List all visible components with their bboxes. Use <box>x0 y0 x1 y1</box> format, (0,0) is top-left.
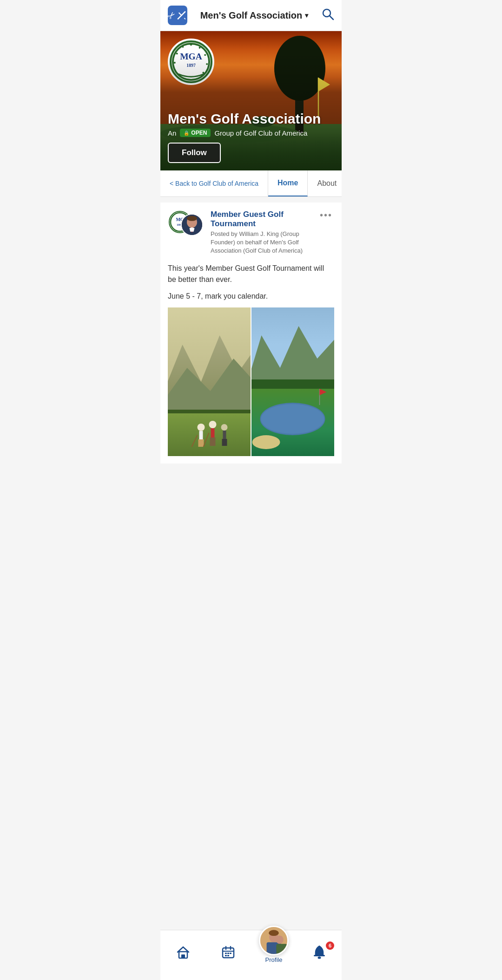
post-info: Member Guest Golf Tournament Posted by W… <box>211 210 318 255</box>
svg-marker-32 <box>190 228 195 232</box>
hero-banner: MGA 1897 Men's Golf Association An OPEN … <box>160 31 342 170</box>
follow-button[interactable]: Follow <box>168 143 221 163</box>
svg-line-5 <box>330 16 333 20</box>
svg-rect-36 <box>168 410 251 413</box>
svg-rect-43 <box>211 428 215 438</box>
back-to-parent-link[interactable]: < Back to Golf Club of America <box>160 170 268 196</box>
person-avatar-image <box>182 215 202 235</box>
svg-rect-44 <box>210 438 216 446</box>
post-body: This year's Member Guest Golf Tournament… <box>168 263 334 302</box>
svg-rect-39 <box>199 431 203 439</box>
open-badge: OPEN <box>180 129 211 137</box>
post-card: MG 1897 <box>160 203 342 464</box>
post-image-2 <box>251 307 334 456</box>
svg-point-18 <box>199 47 201 49</box>
svg-point-46 <box>221 424 228 431</box>
post-images <box>168 307 334 456</box>
app-logo[interactable] <box>168 6 187 25</box>
post-image-1 <box>168 307 251 456</box>
dropdown-arrow-icon: ▾ <box>305 12 308 19</box>
post-header: MG 1897 <box>168 210 334 255</box>
post-body-line2: June 5 - 7, mark you calendar. <box>168 291 334 302</box>
person-avatar <box>181 214 203 236</box>
tab-home[interactable]: Home <box>268 170 308 196</box>
post-meta: Posted by William J. King (Group Founder… <box>211 230 318 255</box>
svg-rect-48 <box>222 439 227 446</box>
hero-group-name: Men's Golf Association <box>168 111 334 127</box>
svg-rect-37 <box>168 413 251 456</box>
tab-about[interactable]: About <box>308 170 342 196</box>
hero-overlay: Men's Golf Association An OPEN Group of … <box>160 51 342 170</box>
hero-subtitle: An OPEN Group of Golf Club of America <box>168 129 334 137</box>
svg-point-30 <box>187 216 197 221</box>
svg-point-55 <box>252 435 280 449</box>
search-icon[interactable] <box>321 7 334 23</box>
svg-point-22 <box>182 46 184 48</box>
app-header: Men's Golf Association ▾ <box>160 0 342 31</box>
svg-point-38 <box>198 424 205 431</box>
svg-rect-51 <box>251 379 334 389</box>
post-body-line1: This year's Member Guest Golf Tournament… <box>168 263 334 285</box>
svg-point-42 <box>209 421 217 428</box>
post-title: Member Guest Golf Tournament <box>211 210 318 229</box>
post-more-button[interactable]: ••• <box>318 210 334 221</box>
svg-point-54 <box>261 404 324 434</box>
svg-point-17 <box>190 43 192 46</box>
nav-tabs: < Back to Golf Club of America Home Abou… <box>160 170 342 197</box>
svg-rect-40 <box>198 439 204 447</box>
svg-rect-47 <box>223 431 226 439</box>
header-title[interactable]: Men's Golf Association ▾ <box>200 10 309 21</box>
post-avatars: MG 1897 <box>168 210 205 238</box>
